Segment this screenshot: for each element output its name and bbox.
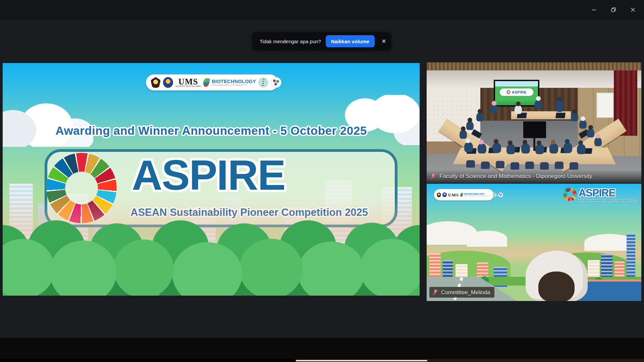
participant-label: Committee_Melinda [429, 287, 494, 298]
participant [476, 113, 484, 121]
biotech-subtitle: DIPONEGORO UNIVERSITY [212, 84, 256, 86]
participant-person [526, 251, 588, 301]
participant [556, 101, 563, 112]
participant [549, 143, 558, 154]
participant-name: Faculty of Science and Mathematics - Dip… [439, 173, 592, 180]
participant [579, 120, 587, 129]
participant [515, 105, 522, 114]
participant [478, 143, 486, 154]
participant [577, 144, 586, 154]
toast-message: Tidak mendengar apa pun? [260, 39, 321, 44]
participant [521, 143, 530, 154]
slide-logo-strip: UMS UNIVERSITI MALAYSIA SABAH BIOTECHNOL… [146, 74, 278, 90]
raise-volume-button[interactable]: Naikkan volume [326, 35, 375, 47]
background-aspire-logo: ASPIRE ASEAN Sustainability Pioneer Comp… [563, 188, 636, 202]
floor-monitor [523, 121, 546, 138]
minimize-button[interactable] [586, 4, 602, 15]
participant-name: Committee_Melinda [441, 289, 490, 296]
bushes [3, 219, 420, 296]
close-icon [631, 7, 635, 12]
participant [535, 144, 544, 154]
participant [506, 144, 515, 154]
participant [587, 129, 594, 137]
biotech-wordmark: BIOTECHNOLOGY [212, 79, 256, 84]
dna-badge-icon [258, 77, 268, 87]
window-titlebar [0, 0, 644, 19]
slide-event-title: Awarding and Winner Announcement - 5 Oct… [3, 124, 420, 137]
sdg-wheel-mini-icon [506, 90, 511, 94]
participant [535, 100, 542, 109]
participant [571, 113, 578, 121]
screenshare-tile[interactable]: UMS UNIVERSITI MALAYSIA SABAH BIOTECHNOL… [3, 63, 420, 296]
participant [464, 142, 473, 152]
participant [460, 130, 467, 139]
toast-close-icon[interactable]: ✕ [379, 37, 388, 46]
participant [564, 143, 572, 153]
sdg-wheel-small-icon [563, 188, 577, 201]
mic-muted-icon [430, 173, 437, 180]
aspire-wordmark: ASPIRE [132, 154, 285, 196]
bottom-bar [0, 338, 644, 362]
meeting-stage: Tidak mendengar apa pun? Naikkan volume … [0, 19, 644, 338]
mic-muted-icon [432, 289, 439, 296]
restore-button[interactable] [606, 4, 621, 15]
room-whiteboard [596, 93, 614, 118]
audio-toast: Tidak mendengar apa pun? Naikkan volume … [252, 32, 391, 50]
ums-wordmark: UMS [178, 77, 198, 86]
ums-crest-icon [163, 77, 173, 88]
biotech-flame-icon [203, 77, 210, 87]
room-screen-text: ASPIRE [512, 90, 527, 94]
minimize-icon [592, 7, 596, 12]
participant [490, 105, 498, 113]
participant [594, 137, 602, 146]
video-tile-room[interactable]: ASPIRE [427, 62, 641, 183]
background-logo-strip: UMS BIOTECHNOLOGY DIPONEGORO UNIVERSITY [434, 189, 494, 200]
restore-icon [611, 7, 616, 12]
video-tile-committee[interactable]: UMS BIOTECHNOLOGY DIPONEGORO UNIVERSITY … [427, 184, 641, 301]
participant-label: Faculty of Science and Mathematics - Dip… [427, 170, 641, 183]
participant [466, 121, 474, 130]
taskbar-hint-line[interactable] [296, 360, 427, 361]
participant [492, 143, 501, 153]
undip-crest-icon [151, 77, 161, 88]
ums-subtitle: UNIVERSITI MALAYSIA SABAH [175, 86, 201, 87]
close-button[interactable] [625, 4, 641, 15]
